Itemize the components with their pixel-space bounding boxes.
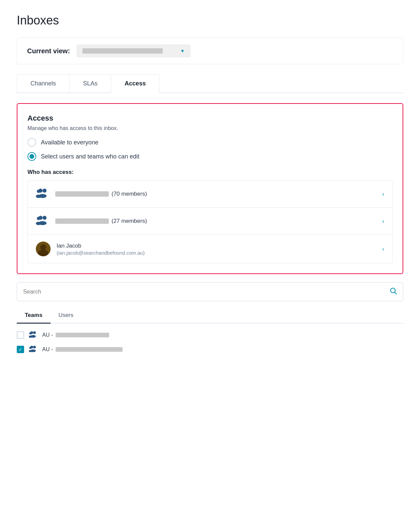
page-title: Inboxes (17, 13, 403, 27)
tab-channels[interactable]: Channels (17, 74, 70, 92)
team-icon-1 (36, 187, 49, 201)
current-view-dropdown[interactable]: ▼ (77, 45, 191, 57)
sub-tabs: Teams Users (17, 308, 403, 324)
access-card-title: Access (27, 114, 393, 123)
svg-point-18 (33, 346, 36, 348)
team-list-item-2[interactable]: ✓ AU - (17, 345, 403, 354)
access-list: (70 members) › (27 members) (27, 180, 393, 263)
access-user-name: Ian Jacob (57, 243, 382, 249)
svg-point-14 (29, 332, 32, 335)
access-item-members-2: (27 members) (112, 218, 147, 224)
radio-label-select: Select users and teams who can edit (41, 153, 139, 160)
team-list-icon-1 (29, 330, 38, 339)
svg-point-1 (43, 189, 47, 193)
chevron-right-icon-2: › (382, 218, 384, 225)
access-item-members-1: (70 members) (112, 191, 147, 197)
tabs-bar: Channels SLAs Access (17, 74, 403, 93)
blurred-team-name-2 (55, 218, 109, 224)
access-item-name-2: (27 members) (55, 218, 382, 224)
radio-group: Available to everyone Select users and t… (27, 138, 393, 161)
radio-circle-everyone (27, 138, 36, 147)
access-card: Access Manage who has access to this inb… (17, 103, 403, 274)
team-icon-2 (36, 214, 49, 228)
checkbox-unchecked-1[interactable] (17, 331, 24, 339)
current-view-value (82, 48, 163, 54)
team-list-label-2: AU - (42, 346, 123, 352)
svg-point-9 (36, 222, 41, 225)
team-list-label-1: AU - (42, 332, 109, 338)
blurred-team-name-1 (55, 191, 109, 197)
access-list-item-team2[interactable]: (27 members) › (28, 208, 392, 235)
search-input[interactable] (23, 288, 390, 295)
sub-tab-users[interactable]: Users (51, 308, 81, 324)
access-list-item-user[interactable]: Ian Jacob (ian.jacob@searchandbefound.co… (28, 235, 392, 263)
access-list-item-team1[interactable]: (70 members) › (28, 181, 392, 208)
blurred-team-tag-2 (56, 347, 123, 352)
svg-line-11 (395, 292, 397, 294)
blurred-team-tag-1 (56, 333, 109, 337)
access-item-info-1: (70 members) (55, 191, 382, 197)
radio-circle-select (27, 152, 36, 161)
search-bar (17, 282, 403, 301)
avatar-ian-jacob (36, 242, 51, 256)
tab-slas[interactable]: SLAs (69, 74, 111, 92)
svg-point-2 (37, 190, 40, 193)
chevron-right-icon-user: › (382, 246, 384, 253)
sub-tab-teams[interactable]: Teams (17, 308, 51, 324)
access-card-description: Manage who has access to this inbox. (27, 125, 393, 131)
access-item-info-2: (27 members) (55, 218, 382, 224)
svg-point-19 (29, 347, 32, 349)
chevron-right-icon-1: › (382, 191, 384, 198)
who-has-access-label: Who has access: (27, 169, 393, 176)
dropdown-arrow-icon: ▼ (180, 48, 185, 54)
search-icon (390, 287, 397, 296)
current-view-label: Current view: (27, 47, 70, 55)
access-item-name-1: (70 members) (55, 191, 382, 197)
team-list-item-1[interactable]: AU - (17, 330, 403, 339)
svg-point-6 (43, 216, 47, 220)
svg-point-13 (33, 331, 36, 334)
checkbox-checked-2[interactable]: ✓ (17, 346, 24, 353)
access-item-info-user: Ian Jacob (ian.jacob@searchandbefound.co… (57, 243, 382, 256)
svg-point-7 (37, 217, 40, 220)
tab-access[interactable]: Access (111, 74, 159, 93)
radio-select-users[interactable]: Select users and teams who can edit (27, 152, 393, 161)
team-label-prefix-2: AU - (42, 346, 53, 352)
radio-everyone[interactable]: Available to everyone (27, 138, 393, 147)
svg-point-4 (36, 195, 41, 198)
team-list-icon-2 (29, 345, 38, 354)
access-user-email: (ian.jacob@searchandbefound.com.au) (57, 250, 382, 256)
radio-label-everyone: Available to everyone (41, 139, 98, 146)
team-list: AU - ✓ AU - (17, 330, 403, 354)
team-label-prefix-1: AU - (42, 332, 53, 338)
current-view-bar: Current view: ▼ (17, 38, 403, 64)
